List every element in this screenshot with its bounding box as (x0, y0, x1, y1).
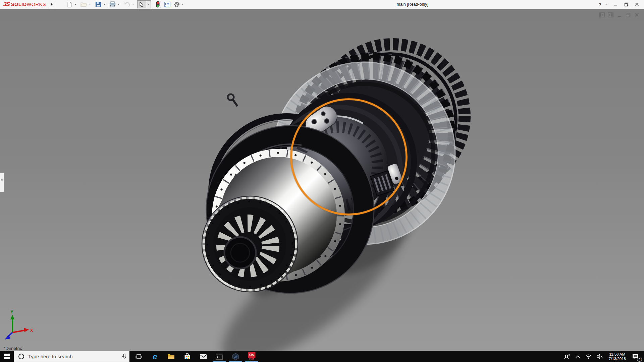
mail-icon (200, 354, 207, 359)
graphics-viewport[interactable]: Y X (0, 9, 644, 351)
command-list-button[interactable] (163, 0, 172, 8)
chevron-down-icon (118, 4, 120, 5)
hexagon-app-icon (232, 353, 239, 360)
chevron-down-icon (132, 4, 134, 5)
chevron-down-icon (182, 4, 184, 5)
close-icon (635, 2, 639, 6)
minimize-button[interactable] (611, 1, 620, 8)
save-dropdown[interactable] (103, 0, 106, 8)
new-document-icon (66, 1, 72, 8)
display-states-button[interactable] (154, 0, 162, 8)
view-orientation-label: *Dimetric (4, 346, 22, 351)
document-window-controls (599, 12, 640, 17)
taskbar-search[interactable] (14, 351, 129, 362)
minimize-icon (617, 13, 622, 17)
open-folder-icon (80, 2, 87, 7)
feature-manager-flyout-tab[interactable] (0, 173, 4, 192)
file-explorer-icon (167, 354, 175, 360)
action-center-button[interactable]: 3 (629, 351, 643, 362)
cortana-icon (18, 354, 24, 359)
select-tool-dropdown[interactable] (146, 0, 151, 8)
pane-left-icon (599, 12, 605, 17)
close-icon (635, 13, 639, 17)
print-button[interactable] (108, 0, 117, 8)
pane-right-button[interactable] (608, 12, 613, 17)
save-button[interactable] (94, 0, 103, 8)
help-button[interactable]: ? (598, 2, 602, 7)
restore-icon (624, 2, 629, 7)
help-dropdown[interactable] (604, 0, 608, 8)
restore-button[interactable] (622, 1, 631, 8)
volume-button[interactable] (594, 351, 605, 362)
edge-icon: e (153, 353, 157, 361)
document-close-button[interactable] (634, 12, 640, 17)
chevron-down-icon (74, 4, 76, 5)
microphone-icon[interactable] (119, 354, 129, 360)
open-dropdown[interactable] (88, 0, 92, 8)
chevron-down-icon (89, 4, 91, 5)
titlebar: 3S SOLIDWORKS (0, 0, 644, 9)
print-icon (109, 1, 116, 7)
undo-dropdown[interactable] (131, 0, 135, 8)
search-input[interactable] (28, 354, 119, 359)
edge-button[interactable]: e (147, 351, 163, 362)
undo-button[interactable] (123, 0, 131, 8)
wifi-icon (585, 354, 591, 359)
tray-date: 7/13/2018 (609, 357, 626, 361)
select-tool-button[interactable] (137, 0, 146, 8)
solidworks-2017-icon: SW 2017 (248, 352, 255, 361)
settings-dropdown[interactable] (181, 0, 185, 8)
mail-button[interactable] (195, 351, 211, 362)
document-restore-button[interactable] (625, 12, 631, 17)
restore-icon (626, 13, 631, 17)
print-dropdown[interactable] (117, 0, 121, 8)
chevron-up-icon (576, 355, 580, 358)
chevron-down-icon (605, 4, 607, 5)
command-prompt-button[interactable] (211, 351, 227, 362)
people-button[interactable] (561, 351, 573, 362)
window-controls: ? (598, 0, 644, 8)
engine-model-render: Y X (0, 9, 644, 351)
solidworks-logo-bold: SOLID (11, 2, 27, 7)
chevron-down-icon (147, 4, 149, 5)
triad-x-label: X (30, 328, 33, 333)
system-tray: 11:56 AM 7/13/2018 3 (561, 351, 644, 362)
menu-flyout-button[interactable] (49, 1, 55, 8)
tray-time: 11:56 AM (609, 352, 626, 357)
solidworks-2017-button[interactable]: SW 2017 (244, 351, 260, 362)
pane-right-icon (608, 12, 613, 17)
file-explorer-button[interactable] (163, 351, 179, 362)
new-document-button[interactable] (65, 0, 74, 8)
document-minimize-button[interactable] (616, 12, 622, 17)
tray-overflow-button[interactable] (573, 351, 582, 362)
solidworks-logo-light: WORKS (27, 2, 46, 7)
volume-mute-icon (597, 354, 603, 359)
solidworks-logo-glyph: 3S (3, 1, 10, 8)
cursor-icon (139, 2, 144, 7)
minimize-icon (613, 2, 618, 6)
undo-arrow-icon (124, 2, 130, 7)
play-arrow-icon (50, 2, 53, 6)
triad-y-label: Y (10, 309, 13, 314)
open-button[interactable] (79, 0, 88, 8)
store-button[interactable] (179, 351, 195, 362)
new-document-dropdown[interactable] (74, 0, 77, 8)
solidworks-logo: 3S SOLIDWORKS (0, 0, 49, 9)
flyout-tab-dot (1, 179, 3, 181)
gear-icon (173, 1, 180, 8)
task-view-icon (136, 354, 142, 360)
command-prompt-icon (216, 354, 223, 360)
start-button[interactable] (0, 351, 14, 362)
settings-button[interactable] (172, 0, 181, 8)
windows-taskbar: e (0, 351, 644, 362)
task-view-button[interactable] (131, 351, 147, 362)
close-button[interactable] (633, 1, 641, 8)
pane-left-button[interactable] (599, 12, 605, 17)
taskbar-app-icons: e (131, 351, 260, 362)
quick-access-toolbar (65, 0, 187, 9)
orientation-triad: Y X (5, 309, 33, 340)
network-button[interactable] (583, 351, 594, 362)
clock[interactable]: 11:56 AM 7/13/2018 (606, 351, 629, 362)
hexagon-app-button[interactable] (227, 351, 244, 362)
document-title: main [Read-only] (187, 2, 598, 7)
